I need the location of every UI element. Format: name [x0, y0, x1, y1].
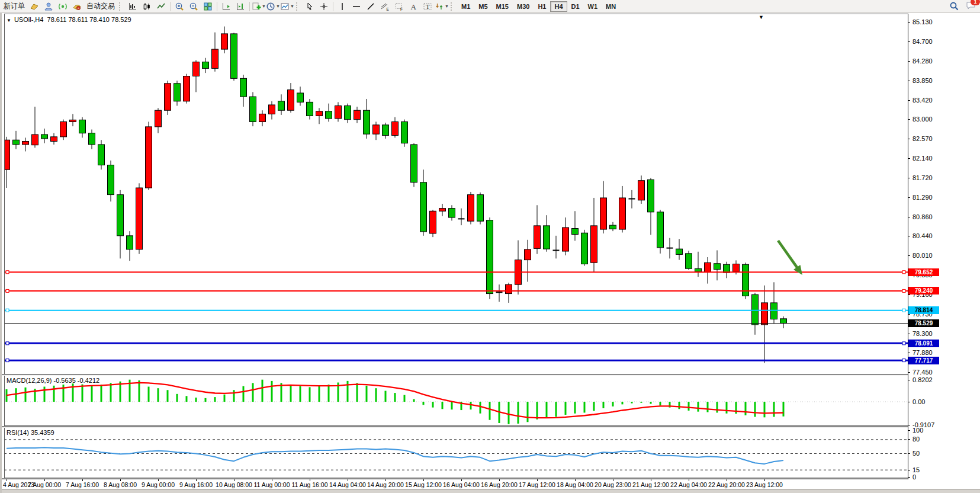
bar-chart-icon[interactable]: [126, 1, 140, 12]
toolbar-drag-handle[interactable]: [296, 2, 300, 11]
candle: [430, 210, 436, 237]
candle: [563, 217, 569, 255]
svg-text:A: A: [411, 2, 417, 11]
line-handle[interactable]: [6, 359, 9, 362]
arrows-objects-icon[interactable]: ▼: [435, 1, 449, 12]
price-tick-label: 77.880: [912, 349, 933, 356]
text-label-icon[interactable]: T: [420, 1, 435, 12]
price-axis[interactable]: 85.13084.70084.28083.85083.42083.00082.5…: [908, 13, 980, 479]
candlestick-series: [4, 27, 787, 363]
macd-histogram-bar: [489, 402, 491, 420]
fibonacci-icon[interactable]: E: [378, 1, 392, 12]
macd-histogram-bar: [186, 396, 188, 402]
candle: [117, 190, 124, 258]
line-handle[interactable]: [902, 289, 905, 292]
toolbar-drag-handle[interactable]: [451, 2, 454, 11]
candle: [345, 104, 351, 123]
cursor-icon[interactable]: [303, 1, 317, 12]
macd-pane[interactable]: [4, 375, 908, 426]
macd-histogram-bar: [404, 395, 406, 402]
notifications-button[interactable]: 1: [966, 1, 976, 12]
time-tick-label: 16 Aug 04:00: [443, 481, 480, 488]
price-tick-label: 82.570: [912, 135, 933, 142]
time-tick-label: 9 Aug 00:00: [142, 481, 175, 488]
candle: [629, 190, 635, 209]
signals-icon[interactable]: [56, 1, 70, 12]
auto-scroll-icon[interactable]: [219, 1, 233, 12]
tile-windows-icon[interactable]: [201, 1, 215, 12]
trend-arrow-annotation[interactable]: [778, 241, 802, 275]
zoom-in-icon[interactable]: [172, 1, 187, 12]
toolbar-drag-handle[interactable]: [119, 2, 123, 11]
time-axis[interactable]: 4 Aug 20237 Aug 00:007 Aug 16:008 Aug 08…: [2, 479, 980, 489]
chart-shift-icon[interactable]: [233, 1, 248, 12]
candle: [278, 94, 285, 115]
main-chart-pane[interactable]: [4, 14, 908, 374]
candle: [553, 236, 560, 258]
line-handle[interactable]: [6, 309, 9, 312]
tf-m1-button[interactable]: M1: [457, 1, 474, 12]
macd-histogram-bar: [224, 395, 226, 402]
toolbar: 新订单 自动交易 ▼ ▼ ▼ E F A T ▼ M1 M5 M15 M30 H…: [0, 0, 980, 13]
charts-icon[interactable]: [27, 1, 41, 12]
auto-trading-button[interactable]: 自动交易: [84, 1, 117, 11]
period-icon[interactable]: ▼: [266, 1, 280, 12]
candle: [780, 316, 787, 328]
chart-ohlc-readout[interactable]: ▼USOil-,H4 78.611 78.611 78.410 78.529: [7, 16, 131, 23]
candle: [420, 169, 427, 236]
tf-m5-button[interactable]: M5: [474, 1, 491, 12]
macd-histogram-bar: [110, 383, 112, 402]
vertical-line-icon[interactable]: [335, 1, 349, 12]
price-tick-mark: [908, 81, 910, 81]
line-handle[interactable]: [6, 271, 9, 274]
price-tick-label: 83.420: [912, 97, 933, 104]
new-order-button[interactable]: 新订单: [1, 1, 27, 11]
macd-histogram-bar: [319, 386, 320, 402]
candlestick-chart-icon[interactable]: [140, 1, 154, 12]
tf-m30-button[interactable]: M30: [513, 1, 534, 12]
grid-objects-icon[interactable]: F: [392, 1, 406, 12]
line-handle[interactable]: [902, 271, 905, 274]
crosshair-icon[interactable]: [317, 1, 331, 12]
candle: [676, 239, 683, 260]
macd-histogram-bar: [783, 402, 785, 417]
rsi-tick-label: 50: [912, 450, 920, 457]
collapse-caret-icon[interactable]: ▼: [7, 18, 11, 23]
rsi-pane[interactable]: [4, 427, 908, 478]
chart-shift-marker[interactable]: ▼: [759, 14, 764, 20]
line-handle[interactable]: [902, 359, 905, 362]
tf-w1-button[interactable]: W1: [584, 1, 602, 12]
tf-d1-button[interactable]: D1: [567, 1, 584, 12]
line-handle[interactable]: [6, 289, 9, 292]
chevron-down-icon: ▼: [262, 4, 266, 8]
horizontal-line-icon[interactable]: [349, 1, 364, 12]
tf-m15-button[interactable]: M15: [492, 1, 513, 12]
pane-splitter[interactable]: [2, 374, 980, 376]
text-icon[interactable]: A: [406, 1, 420, 12]
tf-h4-button[interactable]: H4: [550, 1, 567, 12]
time-tick-label: 10 Aug 08:00: [216, 481, 252, 488]
macd-histogram-bar: [214, 397, 216, 402]
tf-mn-button[interactable]: MN: [602, 1, 620, 12]
add-indicator-icon[interactable]: ▼: [252, 1, 266, 12]
line-handle[interactable]: [902, 309, 905, 312]
trendline-icon[interactable]: [364, 1, 378, 12]
template-icon[interactable]: ▼: [280, 1, 294, 12]
time-tick-label: 17 Aug 12:00: [519, 481, 555, 488]
zoom-out-icon[interactable]: [187, 1, 201, 12]
line-handle[interactable]: [902, 342, 905, 345]
auto-trading-icon[interactable]: [70, 1, 84, 12]
candle: [221, 27, 228, 53]
market-watch-icon[interactable]: [41, 1, 56, 12]
candle: [13, 131, 20, 149]
candle: [534, 205, 541, 254]
macd-histogram-bar: [660, 402, 661, 406]
pane-splitter[interactable]: [2, 426, 980, 428]
line-chart-icon[interactable]: [154, 1, 168, 12]
tf-h1-button[interactable]: H1: [534, 1, 550, 12]
search-icon[interactable]: [947, 1, 961, 12]
rsi-tick-label: 80: [912, 436, 920, 443]
notification-badge: 1: [971, 0, 980, 5]
line-handle[interactable]: [6, 342, 9, 345]
rsi-line: [7, 447, 783, 464]
